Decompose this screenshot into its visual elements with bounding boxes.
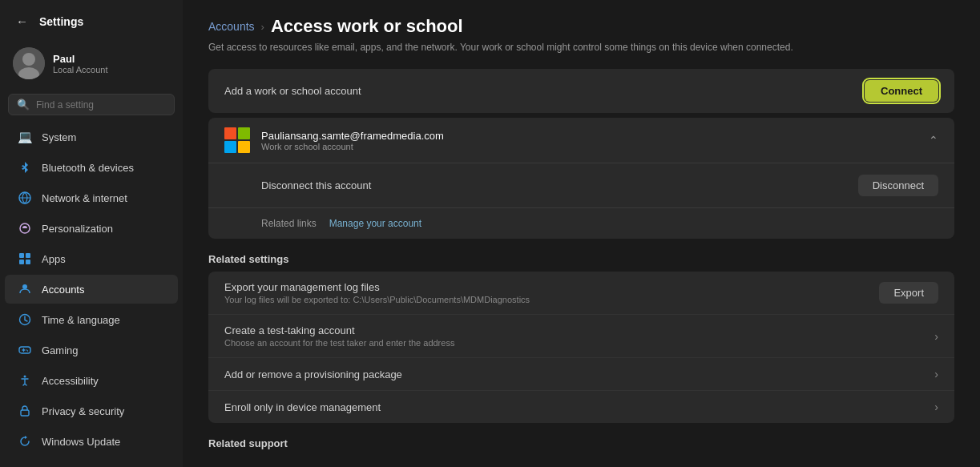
user-type: Local Account bbox=[53, 65, 108, 74]
bluetooth-icon bbox=[18, 160, 32, 175]
sidebar-item-label: Apps bbox=[42, 253, 66, 265]
sidebar-item-label: Time & language bbox=[42, 314, 120, 326]
sidebar-item-label: Bluetooth & devices bbox=[42, 162, 134, 174]
accounts-icon bbox=[18, 282, 32, 296]
accessibility-icon bbox=[18, 373, 32, 388]
sidebar: ← Settings Paul Local Account 🔍 💻 System… bbox=[0, 0, 183, 467]
disconnect-button[interactable]: Disconnect bbox=[858, 175, 938, 196]
user-name: Paul bbox=[53, 53, 108, 65]
connect-button[interactable]: Connect bbox=[865, 80, 938, 102]
breadcrumb-parent[interactable]: Accounts bbox=[208, 20, 255, 33]
related-links-label: Related links bbox=[261, 218, 317, 229]
svg-point-9 bbox=[22, 284, 27, 289]
chevron-right-icon: › bbox=[934, 330, 938, 343]
svg-rect-7 bbox=[19, 260, 24, 264]
work-account-card: Pauliansang.samte@framedmedia.com Work o… bbox=[208, 118, 954, 239]
search-input[interactable] bbox=[36, 99, 166, 111]
related-links-row: Related links Manage your account bbox=[208, 207, 954, 239]
account-email: Pauliansang.samte@framedmedia.com bbox=[261, 130, 444, 142]
sidebar-item-system[interactable]: 💻 System bbox=[5, 123, 178, 151]
ms-logo-red bbox=[224, 127, 236, 139]
search-icon: 🔍 bbox=[17, 99, 30, 111]
ms-logo-yellow bbox=[238, 141, 250, 153]
user-section: Paul Local Account bbox=[0, 39, 183, 91]
breadcrumb-separator: › bbox=[261, 21, 264, 33]
sidebar-item-time[interactable]: Time & language bbox=[5, 305, 178, 334]
chevron-up-icon: ⌃ bbox=[929, 134, 938, 147]
settings-row-provisioning[interactable]: Add or remove a provisioning package › bbox=[208, 358, 954, 391]
sidebar-item-label: Windows Update bbox=[42, 436, 120, 448]
privacy-icon bbox=[18, 404, 32, 418]
sidebar-item-gaming[interactable]: Gaming bbox=[5, 336, 178, 364]
export-button[interactable]: Export bbox=[879, 282, 938, 304]
sidebar-item-label: Privacy & security bbox=[42, 405, 124, 417]
svg-rect-13 bbox=[21, 410, 29, 416]
sidebar-item-label: System bbox=[42, 131, 76, 143]
ms-logo-green bbox=[238, 127, 250, 139]
search-bar[interactable]: 🔍 bbox=[8, 94, 175, 115]
breadcrumb: Accounts › Access work or school bbox=[208, 16, 954, 37]
back-button[interactable]: ← bbox=[13, 11, 31, 31]
export-title: Export your management log files bbox=[224, 281, 879, 293]
personalization-icon bbox=[18, 221, 32, 236]
manage-account-link[interactable]: Manage your account bbox=[329, 218, 421, 229]
avatar bbox=[13, 47, 45, 79]
svg-rect-6 bbox=[26, 253, 30, 258]
settings-row-text: Create a test-taking account Choose an a… bbox=[224, 324, 934, 348]
page-description: Get access to resources like email, apps… bbox=[208, 42, 954, 53]
settings-row-export[interactable]: Export your management log files Your lo… bbox=[208, 272, 954, 315]
sidebar-item-label: Network & internet bbox=[42, 192, 127, 204]
sidebar-item-apps[interactable]: Apps bbox=[5, 244, 178, 273]
svg-rect-5 bbox=[19, 253, 24, 258]
app-title: Settings bbox=[39, 15, 83, 28]
sidebar-header: ← Settings bbox=[0, 0, 183, 39]
sidebar-item-accounts[interactable]: Accounts bbox=[5, 275, 178, 304]
ms-logo-blue bbox=[224, 141, 236, 153]
add-account-label: Add a work or school account bbox=[224, 85, 361, 97]
sidebar-item-accessibility[interactable]: Accessibility bbox=[5, 366, 178, 395]
settings-row-text: Export your management log files Your lo… bbox=[224, 281, 879, 304]
settings-row-text: Enroll only in device management bbox=[224, 401, 934, 413]
chevron-right-icon: › bbox=[934, 368, 938, 380]
related-support-title: Related support bbox=[208, 437, 954, 449]
export-desc: Your log files will be exported to: C:\U… bbox=[224, 295, 879, 304]
svg-rect-8 bbox=[26, 260, 30, 264]
account-header[interactable]: Pauliansang.samte@framedmedia.com Work o… bbox=[208, 118, 954, 163]
time-icon bbox=[18, 312, 32, 327]
sidebar-item-label: Accounts bbox=[42, 284, 84, 296]
sidebar-item-bluetooth[interactable]: Bluetooth & devices bbox=[5, 153, 178, 182]
device-mgmt-title: Enroll only in device management bbox=[224, 401, 934, 413]
sidebar-item-label: Accessibility bbox=[42, 375, 99, 387]
user-info: Paul Local Account bbox=[53, 53, 108, 74]
chevron-right-icon: › bbox=[934, 401, 938, 413]
add-account-card: Add a work or school account Connect bbox=[208, 69, 954, 113]
network-icon bbox=[18, 191, 32, 205]
sidebar-item-personalization[interactable]: Personalization bbox=[5, 214, 178, 243]
account-details: Pauliansang.samte@framedmedia.com Work o… bbox=[261, 130, 444, 151]
sidebar-item-label: Gaming bbox=[42, 344, 79, 356]
main-content: Accounts › Access work or school Get acc… bbox=[183, 0, 980, 467]
related-settings-list: Export your management log files Your lo… bbox=[208, 272, 954, 423]
disconnect-row: Disconnect this account Disconnect bbox=[208, 163, 954, 207]
microsoft-logo bbox=[224, 127, 250, 153]
system-icon: 💻 bbox=[18, 130, 32, 144]
provisioning-title: Add or remove a provisioning package bbox=[224, 368, 934, 380]
disconnect-label: Disconnect this account bbox=[261, 179, 371, 191]
apps-icon bbox=[18, 252, 32, 266]
sidebar-item-network[interactable]: Network & internet bbox=[5, 183, 178, 212]
page-title: Access work or school bbox=[271, 16, 463, 37]
test-account-desc: Choose an account for the test taker and… bbox=[224, 338, 934, 348]
sidebar-item-privacy[interactable]: Privacy & security bbox=[5, 397, 178, 425]
gaming-icon bbox=[18, 343, 32, 357]
settings-row-text: Add or remove a provisioning package bbox=[224, 368, 934, 380]
related-settings-title: Related settings bbox=[208, 253, 954, 265]
sidebar-item-update[interactable]: Windows Update bbox=[5, 427, 178, 456]
account-header-left: Pauliansang.samte@framedmedia.com Work o… bbox=[224, 127, 444, 153]
svg-point-1 bbox=[22, 53, 35, 66]
add-account-row: Add a work or school account Connect bbox=[208, 69, 954, 113]
test-account-title: Create a test-taking account bbox=[224, 324, 934, 336]
settings-row-test-account[interactable]: Create a test-taking account Choose an a… bbox=[208, 315, 954, 358]
settings-row-device-mgmt[interactable]: Enroll only in device management › bbox=[208, 391, 954, 423]
sidebar-item-label: Personalization bbox=[42, 223, 113, 235]
svg-point-12 bbox=[24, 376, 26, 378]
